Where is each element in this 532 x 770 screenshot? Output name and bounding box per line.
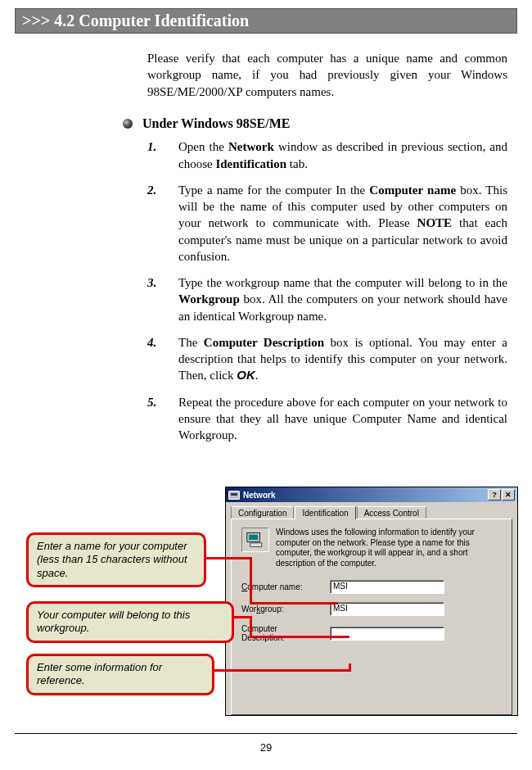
callout-description: Enter some information for reference.: [26, 654, 214, 695]
step-number: 2.: [147, 182, 178, 265]
connector-line: [250, 602, 338, 605]
workgroup-label: Workgroup:: [241, 605, 330, 614]
page-number: 29: [0, 741, 532, 754]
step-5: 5. Repeat the procedure above for each c…: [147, 394, 507, 444]
connector-line: [206, 557, 252, 559]
step-number: 4.: [147, 334, 178, 384]
computer-name-label: Computer name:: [241, 582, 330, 591]
computer-icon: [241, 528, 269, 552]
step-text: The Computer Description box is optional…: [178, 334, 507, 384]
connector-line: [214, 669, 351, 672]
tab-configuration[interactable]: Configuration: [231, 506, 294, 519]
tab-access-control[interactable]: Access Control: [357, 506, 426, 519]
step-3: 3. Type the workgroup name that the comp…: [147, 274, 507, 324]
connector-line: [349, 664, 351, 672]
connector-line: [250, 557, 252, 602]
svg-rect-1: [249, 535, 258, 540]
computer-name-input[interactable]: MSI: [330, 580, 444, 594]
description-row: Computer Description:: [241, 624, 502, 642]
connector-line: [234, 616, 250, 618]
step-number: 1.: [147, 138, 178, 172]
dialog-info-text: Windows uses the following information t…: [276, 528, 502, 568]
step-text: Type the workgroup name that the compute…: [178, 274, 507, 324]
close-button[interactable]: ✕: [502, 489, 515, 500]
bullet-icon: [123, 119, 133, 129]
connector-line: [250, 636, 349, 638]
dialog-title: Network: [243, 491, 488, 500]
step-text: Type a name for the computer In the Comp…: [178, 182, 507, 265]
connector-line: [250, 616, 252, 636]
step-4: 4. The Computer Description box is optio…: [147, 334, 507, 384]
steps-list: 1. Open the Network window as described …: [147, 138, 507, 443]
network-dialog: Network ? ✕ Configuration Identification…: [225, 487, 518, 716]
step-number: 5.: [147, 394, 178, 444]
step-number: 3.: [147, 274, 178, 324]
description-label: Computer Description:: [241, 624, 330, 642]
section-title: >>> 4.2 Computer Identification: [22, 11, 249, 29]
step-1: 1. Open the Network window as described …: [147, 138, 507, 172]
intro-paragraph: Please verify that each computer has a u…: [147, 50, 507, 100]
titlebar: Network ? ✕: [226, 487, 517, 502]
help-button[interactable]: ?: [488, 489, 501, 500]
step-text: Open the Network window as described in …: [178, 138, 507, 172]
svg-rect-2: [250, 543, 262, 547]
callout-workgroup: Your computer will belong to this workgr…: [26, 601, 234, 643]
tab-strip: Configuration Identification Access Cont…: [226, 502, 517, 519]
network-icon: [228, 491, 240, 500]
subsection-title: Under Windows 98SE/ME: [142, 115, 291, 133]
workgroup-input[interactable]: MSI: [330, 602, 444, 616]
step-text: Repeat the procedure above for each comp…: [178, 394, 507, 444]
section-header: >>> 4.2 Computer Identification: [15, 8, 517, 34]
footer-divider: [15, 733, 517, 734]
computer-name-row: Computer name: MSI: [241, 580, 502, 594]
tab-panel: Windows uses the following information t…: [231, 519, 512, 715]
callout-computer-name: Enter a name for your computer (less tha…: [26, 532, 206, 587]
tab-identification[interactable]: Identification: [295, 506, 355, 519]
step-2: 2. Type a name for the computer In the C…: [147, 182, 507, 265]
